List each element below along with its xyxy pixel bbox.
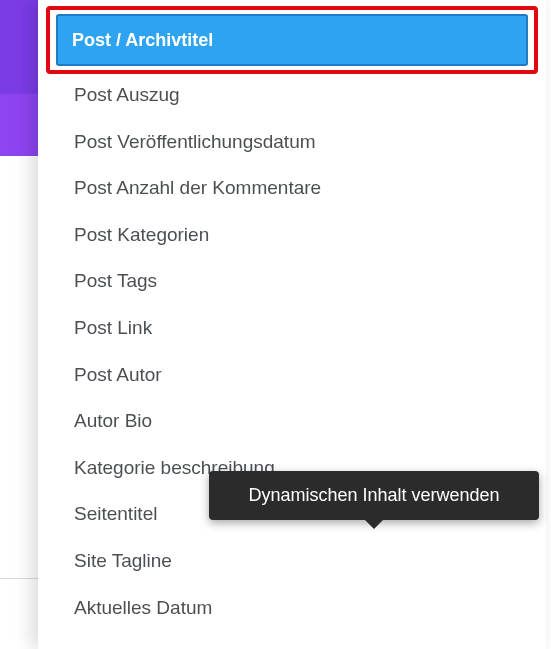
dropdown-item[interactable]: Site Tagline <box>38 538 546 585</box>
dropdown-selected-label: Post / Archivtitel <box>72 30 213 51</box>
sidebar-violet-top <box>0 0 38 94</box>
dropdown-item[interactable]: Post Autor <box>38 352 546 399</box>
tooltip-text: Dynamischen Inhalt verwenden <box>248 485 499 505</box>
dropdown-item[interactable]: Post Kategorien <box>38 212 546 259</box>
sidebar-divider <box>0 578 38 579</box>
highlight-frame: Post / Archivtitel <box>46 6 538 74</box>
dropdown-item[interactable]: Aktuelles Datum <box>38 585 546 632</box>
dynamic-content-dropdown: Post Auszug Post Veröffentlichungsdatum … <box>38 0 546 649</box>
dropdown-item[interactable]: Post Veröffentlichungsdatum <box>38 119 546 166</box>
tooltip: Dynamischen Inhalt verwenden <box>209 471 539 520</box>
dropdown-list: Post Auszug Post Veröffentlichungsdatum … <box>38 72 546 649</box>
tooltip-arrow-icon <box>364 519 384 529</box>
dropdown-item[interactable]: Post Link <box>38 305 546 352</box>
dropdown-selected-item[interactable]: Post / Archivtitel <box>56 14 528 66</box>
dropdown-item[interactable]: Autor Bio <box>38 398 546 445</box>
dropdown-item[interactable]: Post Anzahl der Kommentare <box>38 165 546 212</box>
dropdown-item[interactable]: Post Auszug <box>38 72 546 119</box>
sidebar-violet-bottom <box>0 94 38 156</box>
dropdown-item[interactable]: Post Tags <box>38 258 546 305</box>
